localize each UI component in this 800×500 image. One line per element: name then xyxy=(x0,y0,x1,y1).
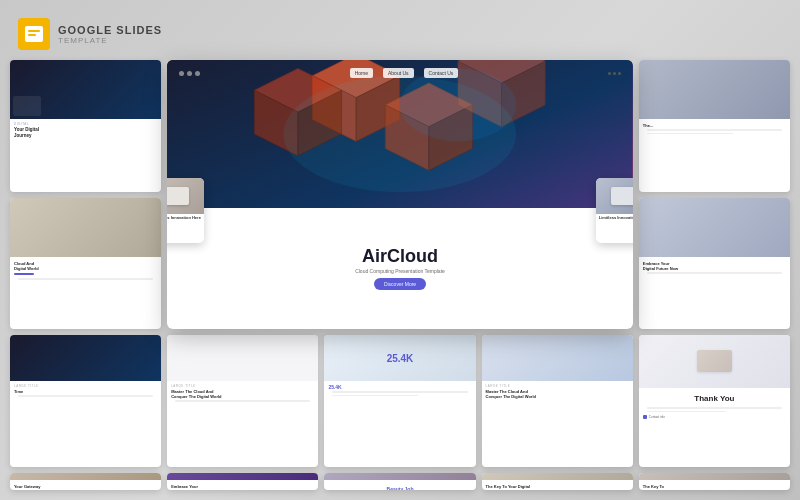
slide-1-heading: Your DigitalJourney xyxy=(14,127,157,139)
slide-r4c2-heading: Embrace YourDigital Future xyxy=(171,484,314,490)
slide-r2c5-heading: Embrace YourDigital Future Now xyxy=(643,261,786,271)
badge-title: GOOGLE SLIDES xyxy=(58,24,162,36)
slide-r3c1-heading: Time xyxy=(14,389,157,394)
slide-r3c2-heading: Master The Cloud AndConquer The Digital … xyxy=(171,389,314,399)
slide-r4c1[interactable]: Your GatewayTo Endless... xyxy=(10,473,161,490)
slide-r3c1[interactable]: Large Title Time xyxy=(10,335,161,467)
hero-nav-more-dots xyxy=(608,72,621,75)
slide-r4c4[interactable]: The Key To Your DigitalTransformation xyxy=(482,473,633,490)
hero-dot-3 xyxy=(195,71,200,76)
svg-rect-2 xyxy=(28,30,40,32)
hero-card-right-label: Limitless Innovation Here xyxy=(596,214,633,223)
slide-r3c3[interactable]: 25.4K 25.4K xyxy=(324,335,475,467)
hero-nav-dots xyxy=(179,71,200,76)
hero-navbar: Home About Us Contact Us xyxy=(167,68,633,78)
slide-r4c1-heading: Your GatewayTo Endless... xyxy=(14,484,157,490)
hero-dot-1 xyxy=(179,71,184,76)
slide-5col-r1[interactable]: The... xyxy=(639,60,790,192)
hero-bottom-section: Limitless Innovation Here Limitless Inno… xyxy=(167,208,633,329)
hero-dot-2 xyxy=(187,71,192,76)
badge-subtitle: TEMPLATE xyxy=(58,36,162,45)
hero-card-left-label: Limitless Innovation Here xyxy=(167,214,204,223)
slide-r3c1-tag: Large Title xyxy=(14,384,157,388)
hero-shapes xyxy=(167,60,633,208)
slide-r3c4[interactable]: Large Title Master The Cloud AndConquer … xyxy=(482,335,633,467)
slide-r4c4-heading: The Key To Your DigitalTransformation xyxy=(486,484,629,490)
svg-point-18 xyxy=(400,69,516,142)
slide-r4c3[interactable]: Beauty Job xyxy=(324,473,475,490)
hero-discover-btn[interactable]: Discover More xyxy=(374,278,426,290)
hero-subtitle: Cloud Computing Presentation Template xyxy=(355,268,445,274)
nav-contact: Contact Us xyxy=(424,68,459,78)
slide-r3c4-tag: Large Title xyxy=(486,384,629,388)
slide-r4c5[interactable]: The Key ToDigital... xyxy=(639,473,790,490)
slide-r4c2[interactable]: Embrace YourDigital Future xyxy=(167,473,318,490)
svg-rect-3 xyxy=(28,34,36,36)
nav-about: About Us xyxy=(383,68,414,78)
slide-1-tag: Digital xyxy=(14,122,157,126)
thankyou-heading: Thank You xyxy=(643,392,786,407)
slide-r3c2-tag: Large Title xyxy=(171,384,314,388)
slide-r2c1-heading: Cloud AndDigital World xyxy=(14,261,157,271)
slide-thankyou[interactable]: Thank You Contact info xyxy=(639,335,790,467)
slides-grid: Digital Your DigitalJourney xyxy=(10,60,790,490)
google-slides-badge: GOOGLE SLIDES TEMPLATE xyxy=(18,18,162,50)
slide-r4c5-heading: The Key ToDigital... xyxy=(643,484,786,490)
stat-1: Beauty Job xyxy=(387,486,414,490)
hero-nav-links: Home About Us Contact Us xyxy=(350,68,459,78)
google-slides-icon xyxy=(18,18,50,50)
slide-r2c5[interactable]: Embrace YourDigital Future Now xyxy=(639,198,790,330)
nav-home: Home xyxy=(350,68,373,78)
hero-background: Home About Us Contact Us xyxy=(167,60,633,208)
slide-r3c4-heading: Master The Cloud AndConquer The Digital … xyxy=(486,389,629,399)
slide-r2c1[interactable]: Cloud AndDigital World xyxy=(10,198,161,330)
slide-1[interactable]: Digital Your DigitalJourney xyxy=(10,60,161,192)
hero-brand-title: AirCloud xyxy=(362,247,438,267)
slide-r3c2[interactable]: Large Title Master The Cloud AndConquer … xyxy=(167,335,318,467)
hero-card-left: Limitless Innovation Here xyxy=(167,178,204,243)
hero-card-right: Limitless Innovation Here xyxy=(596,178,633,243)
slide-hero[interactable]: Home About Us Contact Us Limitless Innov… xyxy=(167,60,633,329)
slide-r1c5-heading: The... xyxy=(643,123,786,128)
